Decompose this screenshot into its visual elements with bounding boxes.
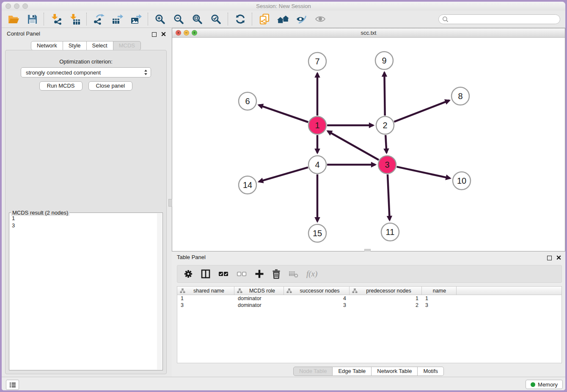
status-bar: Memory: [2, 377, 565, 390]
delete-table-button[interactable]: [289, 270, 298, 278]
save-session-icon: [27, 14, 37, 24]
vertical-splitter-handle[interactable]: [168, 199, 172, 207]
clear-checks-button[interactable]: [237, 271, 247, 277]
export-table-button[interactable]: [111, 13, 124, 26]
graph-node-9[interactable]: 9: [375, 52, 393, 69]
table-cell[interactable]: 3: [177, 302, 234, 308]
svg-text:14: 14: [243, 180, 252, 190]
network-close-button[interactable]: ×: [176, 30, 181, 36]
network-titlebar[interactable]: ×−+ scc.txt: [172, 28, 565, 38]
export-table-icon: [112, 14, 124, 25]
graph-edge-3-1[interactable]: [328, 131, 379, 160]
tab-motifs[interactable]: Motifs: [418, 367, 444, 376]
table-row[interactable]: 1dominator411: [177, 295, 561, 302]
show-all-button[interactable]: [314, 13, 327, 26]
tab-network-table[interactable]: Network Table: [372, 367, 418, 376]
main-titlebar: Session: New Session: [2, 2, 565, 11]
table-cell[interactable]: 4: [284, 295, 350, 301]
select-all-checks-button[interactable]: [218, 271, 228, 277]
graph-node-15[interactable]: 15: [308, 224, 326, 242]
column-tree-icon: [352, 288, 358, 293]
column-header-successor-nodes[interactable]: successor nodes: [284, 287, 350, 295]
zoom-fit-button[interactable]: [191, 13, 204, 26]
graph-node-1[interactable]: 1: [308, 116, 326, 134]
graph-node-4[interactable]: 4: [308, 156, 326, 174]
add-row-button[interactable]: [255, 269, 264, 279]
graph-node-3[interactable]: 3: [378, 156, 396, 174]
save-session-button[interactable]: [25, 13, 39, 26]
graph-node-7[interactable]: 7: [308, 52, 326, 70]
tab-network[interactable]: Network: [31, 41, 63, 50]
tab-edge-table[interactable]: Edge Table: [333, 367, 372, 376]
table-cell[interactable]: 1: [177, 295, 234, 301]
table-cell[interactable]: 1: [422, 295, 457, 301]
clone-network-button[interactable]: [258, 13, 271, 26]
close-panel-button[interactable]: Close panel: [88, 81, 133, 91]
graph-edge-4-14[interactable]: [259, 167, 308, 182]
zoom-in-button[interactable]: [154, 13, 167, 26]
zoom-out-button[interactable]: [172, 13, 185, 26]
network-canvas[interactable]: 7968124314101511: [172, 37, 565, 251]
float-panel-icon[interactable]: [152, 32, 157, 37]
column-header-predecessor-nodes[interactable]: predecessor nodes: [350, 287, 422, 295]
graph-edge-3-10[interactable]: [397, 167, 450, 178]
search-box: [438, 14, 560, 24]
graph-node-11[interactable]: 11: [381, 223, 399, 241]
graph-edge-3-11[interactable]: [388, 174, 390, 220]
tab-node-table[interactable]: Node Table: [293, 367, 333, 376]
zoom-selected-button[interactable]: [209, 13, 223, 26]
graph-edge-2-9[interactable]: [384, 72, 385, 116]
delete-row-button[interactable]: [272, 269, 281, 279]
table-cell[interactable]: 3: [284, 302, 350, 308]
mcds-result-text[interactable]: 13: [10, 214, 157, 369]
close-panel-icon[interactable]: [161, 31, 166, 38]
import-table-button[interactable]: [68, 13, 81, 26]
table-row[interactable]: 3dominator323: [177, 302, 561, 309]
column-header-mcds-role[interactable]: MCDS role: [234, 287, 284, 295]
select-all-checks-icon: [218, 271, 228, 277]
table-settings-button[interactable]: [184, 269, 193, 279]
export-image-button[interactable]: [129, 13, 143, 26]
network-minimize-button[interactable]: −: [184, 30, 189, 36]
network-zoom-button[interactable]: +: [192, 30, 197, 36]
network-graph[interactable]: 7968124314101511: [172, 37, 565, 251]
table-cell[interactable]: 2: [350, 302, 422, 308]
result-scrollbar[interactable]: [157, 213, 162, 370]
svg-text:7: 7: [315, 57, 319, 66]
table-cell[interactable]: dominator: [234, 302, 284, 308]
criterion-dropdown[interactable]: strongly connected component: [21, 67, 151, 77]
graph-node-14[interactable]: 14: [239, 176, 256, 194]
tab-style[interactable]: Style: [63, 41, 87, 50]
graph-node-10[interactable]: 10: [453, 172, 471, 190]
search-input[interactable]: [451, 16, 558, 22]
function-builder-button[interactable]: f(x): [306, 269, 317, 279]
split-columns-button[interactable]: [201, 269, 210, 279]
dropdown-stepper-icon: [144, 69, 148, 76]
float-panel-icon[interactable]: [547, 256, 552, 260]
table-cell[interactable]: dominator: [234, 295, 284, 301]
close-panel-icon[interactable]: [556, 255, 561, 261]
graph-node-2[interactable]: 2: [376, 116, 394, 134]
column-header-shared-name[interactable]: shared name: [177, 287, 234, 295]
table-cell[interactable]: 3: [422, 302, 457, 308]
export-network-button[interactable]: [92, 13, 105, 26]
double-house-button[interactable]: [276, 13, 289, 26]
graph-node-8[interactable]: 8: [451, 87, 469, 105]
zoom-selected-icon: [211, 14, 221, 25]
graph-edge-2-3[interactable]: [385, 135, 386, 153]
table-cell[interactable]: 1: [350, 295, 422, 301]
graph-node-6[interactable]: 6: [239, 92, 256, 110]
refresh-network-button[interactable]: [234, 13, 247, 26]
column-header-name[interactable]: name: [422, 287, 457, 295]
task-history-button[interactable]: [6, 380, 19, 390]
svg-text:10: 10: [457, 176, 466, 185]
run-mcds-button[interactable]: Run MCDS: [39, 81, 83, 91]
memory-button[interactable]: Memory: [526, 380, 563, 389]
graph-edge-2-8[interactable]: [394, 100, 449, 122]
import-network-button[interactable]: [50, 13, 63, 26]
tab-select[interactable]: Select: [87, 41, 113, 50]
graph-edge-1-6[interactable]: [259, 105, 308, 122]
hide-selected-button[interactable]: [295, 13, 308, 26]
tab-mcds[interactable]: MCDS: [113, 41, 141, 50]
open-file-button[interactable]: [7, 13, 20, 26]
